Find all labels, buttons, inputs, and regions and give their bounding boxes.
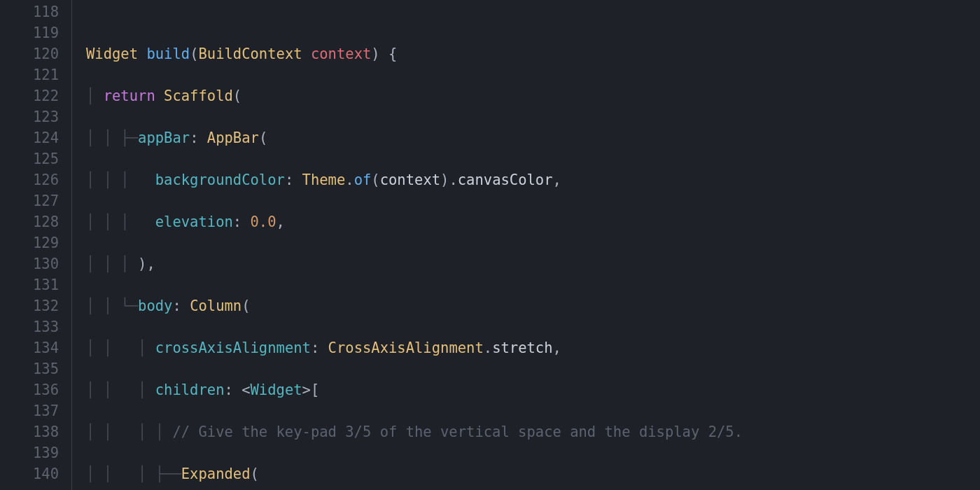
type: BuildContext xyxy=(198,46,302,62)
code-line[interactable]: │ │ │ ├──Expanded( xyxy=(86,463,980,484)
type: Column xyxy=(190,298,241,314)
method: of xyxy=(354,172,372,188)
code-line[interactable]: │ │ │ │ // Give the key-pad 3/5 of the v… xyxy=(86,421,980,442)
code-line[interactable]: │ │ │ crossAxisAlignment: CrossAxisAlign… xyxy=(86,337,980,358)
code-area[interactable]: Widget build(BuildContext context) { │ r… xyxy=(86,0,980,490)
line-number: 132 xyxy=(0,295,59,316)
identifier: context xyxy=(380,172,440,188)
named-arg: elevation xyxy=(155,214,233,230)
named-arg: appBar xyxy=(138,130,190,146)
line-number: 119 xyxy=(0,22,59,43)
line-number: 123 xyxy=(0,106,59,127)
line-number-gutter: 1181191201211221231241251261271281291301… xyxy=(0,0,71,490)
line-number: 128 xyxy=(0,211,59,232)
type: Widget xyxy=(251,382,302,398)
line-number: 131 xyxy=(0,274,59,295)
type: Widget xyxy=(86,46,138,62)
code-line[interactable]: │ │ │ elevation: 0.0, xyxy=(86,211,980,232)
line-number: 120 xyxy=(0,43,59,64)
line-number: 118 xyxy=(0,1,59,22)
type: Expanded xyxy=(181,465,251,482)
named-arg: children xyxy=(155,382,225,398)
line-number: 139 xyxy=(0,442,59,463)
keyword: return xyxy=(104,88,155,104)
line-number: 121 xyxy=(0,64,59,85)
gutter-border xyxy=(71,0,72,490)
line-number: 138 xyxy=(0,421,59,442)
type: Scaffold xyxy=(164,88,233,104)
line-number: 124 xyxy=(0,127,59,148)
code-line[interactable]: │ return Scaffold( xyxy=(86,85,980,106)
code-line[interactable]: │ │ │ ), xyxy=(86,253,980,274)
number: 0.0 xyxy=(251,214,276,230)
line-number: 137 xyxy=(0,400,59,421)
line-number: 122 xyxy=(0,85,59,106)
line-number: 133 xyxy=(0,316,59,337)
code-line[interactable]: Widget build(BuildContext context) { xyxy=(86,43,980,64)
type: CrossAxisAlignment xyxy=(328,340,484,356)
named-arg: crossAxisAlignment xyxy=(155,340,311,356)
code-line[interactable]: │ │ │ backgroundColor: Theme.of(context)… xyxy=(86,169,980,190)
type: Theme xyxy=(302,172,346,188)
code-editor[interactable]: 1181191201211221231241251261271281291301… xyxy=(0,0,980,490)
line-number: 125 xyxy=(0,148,59,169)
code-line[interactable]: │ │ └─body: Column( xyxy=(86,295,980,316)
type: AppBar xyxy=(207,130,259,146)
line-number: 136 xyxy=(0,379,59,400)
code-line[interactable]: │ │ ├─appBar: AppBar( xyxy=(86,127,980,148)
named-arg: body xyxy=(138,298,172,314)
line-number: 135 xyxy=(0,358,59,379)
line-number: 134 xyxy=(0,337,59,358)
line-number: 126 xyxy=(0,169,59,190)
code-line[interactable]: │ │ │ children: <Widget>[ xyxy=(86,379,980,400)
line-number: 129 xyxy=(0,232,59,253)
line-number: 127 xyxy=(0,190,59,211)
line-number: 130 xyxy=(0,253,59,274)
comment: // Give the key-pad 3/5 of the vertical … xyxy=(172,424,743,440)
named-arg: backgroundColor xyxy=(155,172,285,188)
method: build xyxy=(146,46,190,62)
property: stretch xyxy=(492,340,552,356)
line-number: 140 xyxy=(0,463,59,484)
param: context xyxy=(311,46,371,62)
property: canvasColor xyxy=(458,172,553,188)
